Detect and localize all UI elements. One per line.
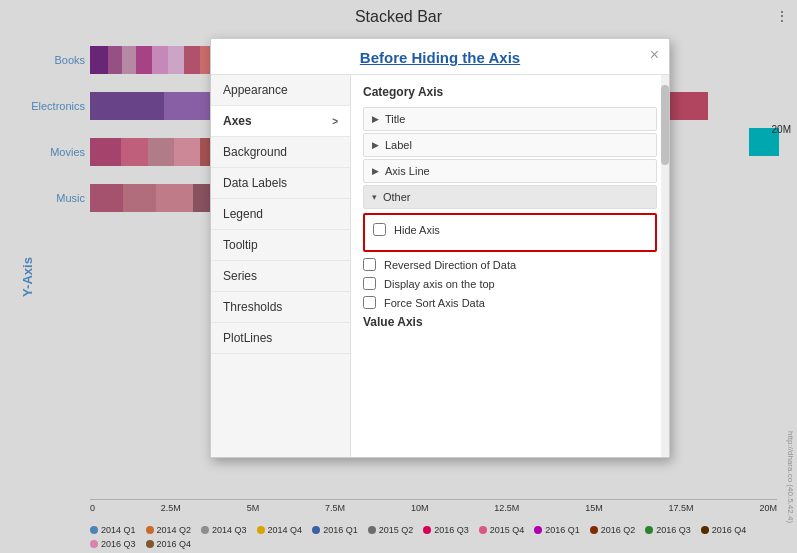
option-row-reversed: Reversed Direction of Data: [363, 258, 657, 271]
sidebar-item-appearance[interactable]: Appearance: [211, 75, 350, 106]
accordion-label[interactable]: ▶ Label: [363, 133, 657, 157]
accordion-other[interactable]: ▾ Other: [363, 185, 657, 209]
accordion-arrow-other: ▾: [372, 192, 377, 202]
modal: Before Hiding the Axis × Appearance Axes…: [210, 38, 670, 458]
modal-sidebar: Appearance Axes > Background Data Labels…: [211, 75, 351, 457]
sidebar-item-label-axes: Axes: [223, 114, 252, 128]
sidebar-item-label-series: Series: [223, 269, 257, 283]
sidebar-item-plotlines[interactable]: PlotLines: [211, 323, 350, 354]
modal-body: Appearance Axes > Background Data Labels…: [211, 75, 669, 457]
sidebar-item-label-appearance: Appearance: [223, 83, 288, 97]
accordion-arrow-axis-line: ▶: [372, 166, 379, 176]
option-row-force-sort: Force Sort Axis Data: [363, 296, 657, 309]
reversed-direction-checkbox[interactable]: [363, 258, 376, 271]
value-axis-title: Value Axis: [363, 315, 657, 329]
reversed-direction-label[interactable]: Reversed Direction of Data: [384, 259, 516, 271]
sidebar-item-thresholds[interactable]: Thresholds: [211, 292, 350, 323]
sidebar-item-background[interactable]: Background: [211, 137, 350, 168]
accordion-arrow-label: ▶: [372, 140, 379, 150]
option-row-display-top: Display axis on the top: [363, 277, 657, 290]
scrollbar-track[interactable]: [661, 75, 669, 457]
sidebar-item-label-data-labels: Data Labels: [223, 176, 287, 190]
sidebar-item-legend[interactable]: Legend: [211, 199, 350, 230]
accordion-axis-line[interactable]: ▶ Axis Line: [363, 159, 657, 183]
sidebar-item-label-plotlines: PlotLines: [223, 331, 272, 345]
accordion-arrow-title: ▶: [372, 114, 379, 124]
axes-chevron-icon: >: [332, 116, 338, 127]
sidebar-item-series[interactable]: Series: [211, 261, 350, 292]
accordion-title[interactable]: ▶ Title: [363, 107, 657, 131]
options-area: Hide Axis: [363, 213, 657, 252]
accordion-label-label: Label: [385, 139, 412, 151]
modal-header: Before Hiding the Axis ×: [211, 39, 669, 75]
category-axis-section-title: Category Axis: [363, 85, 657, 99]
sidebar-item-label-thresholds: Thresholds: [223, 300, 282, 314]
accordion-label-axis-line: Axis Line: [385, 165, 430, 177]
force-sort-label[interactable]: Force Sort Axis Data: [384, 297, 485, 309]
sidebar-item-axes[interactable]: Axes >: [211, 106, 350, 137]
sidebar-item-data-labels[interactable]: Data Labels: [211, 168, 350, 199]
sidebar-item-label-tooltip: Tooltip: [223, 238, 258, 252]
display-axis-top-label[interactable]: Display axis on the top: [384, 278, 495, 290]
force-sort-checkbox[interactable]: [363, 296, 376, 309]
display-axis-top-checkbox[interactable]: [363, 277, 376, 290]
modal-title: Before Hiding the Axis: [360, 49, 520, 66]
hide-axis-checkbox[interactable]: [373, 223, 386, 236]
option-row-hide-axis: Hide Axis: [373, 223, 647, 236]
scrollbar-thumb[interactable]: [661, 85, 669, 165]
sidebar-item-label-background: Background: [223, 145, 287, 159]
modal-close-button[interactable]: ×: [650, 47, 659, 63]
sidebar-item-tooltip[interactable]: Tooltip: [211, 230, 350, 261]
sidebar-item-label-legend: Legend: [223, 207, 263, 221]
hide-axis-label[interactable]: Hide Axis: [394, 224, 440, 236]
accordion-label-other: Other: [383, 191, 411, 203]
modal-content: Category Axis ▶ Title ▶ Label ▶ Axis Lin…: [351, 75, 669, 457]
accordion-label-title: Title: [385, 113, 405, 125]
